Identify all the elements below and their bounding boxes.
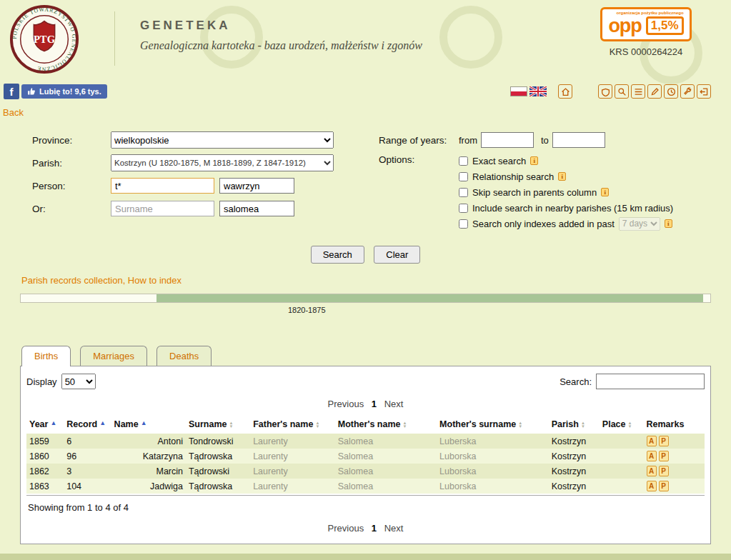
surname-cell: Tondrowski xyxy=(186,434,250,449)
year-cell: 1862 xyxy=(26,464,64,479)
back-link[interactable]: Back xyxy=(3,107,24,118)
option-exact-search: Exact search i xyxy=(459,154,673,167)
tab-births[interactable]: Births xyxy=(21,346,71,366)
page-subtitle: Genealogiczna kartoteka - baza urodzeń, … xyxy=(140,39,422,52)
exit-icon[interactable] xyxy=(697,84,711,99)
remarks-cell: AP xyxy=(644,464,705,479)
column-header-parish[interactable]: Parish▲▼ xyxy=(549,416,600,434)
history-icon[interactable] xyxy=(664,84,678,99)
nearby-parishes-checkbox[interactable] xyxy=(459,204,468,213)
parish-records-collection-link[interactable]: Parish records collection xyxy=(21,275,123,286)
relationship-search-checkbox[interactable] xyxy=(459,172,468,181)
parish-cell: Kostrzyn xyxy=(549,434,600,449)
mother-surname-cell: Luborska xyxy=(437,449,549,464)
parish-label: Parish: xyxy=(32,158,111,169)
facebook-like-button[interactable]: Lubię to! 9,6 tys. xyxy=(21,84,107,99)
next-page-link[interactable]: Next xyxy=(384,523,404,534)
mother-surname-cell: Luborska xyxy=(437,464,549,479)
current-page-number[interactable]: 1 xyxy=(372,399,377,409)
table-search-label: Search: xyxy=(560,376,592,387)
option-recent-indexes: Search only indexes added in past 7 days… xyxy=(459,217,673,230)
scan-link-badge[interactable]: A xyxy=(647,466,657,476)
person-name-input[interactable] xyxy=(219,178,294,194)
title-block: GENETEKA Genealogiczna kartoteka - baza … xyxy=(140,19,422,52)
or-label: Or: xyxy=(32,204,111,214)
father-name-cell: Laurenty xyxy=(250,434,335,449)
or-name-input[interactable] xyxy=(219,201,294,216)
scan-link-badge[interactable]: A xyxy=(647,436,657,446)
parish-cell: Kostrzyn xyxy=(549,449,600,464)
sort-icon: ▲▼ xyxy=(402,421,407,429)
column-header-name[interactable]: Name▲ xyxy=(111,416,186,434)
place-cell xyxy=(600,449,644,464)
uk-flag-icon[interactable] xyxy=(529,86,547,96)
parish-link-badge[interactable]: P xyxy=(659,481,669,491)
exact-search-checkbox[interactable] xyxy=(459,156,468,166)
info-icon[interactable]: i xyxy=(665,219,672,228)
parish-link-badge[interactable]: P xyxy=(659,451,669,461)
days-select[interactable]: 7 days xyxy=(619,217,660,231)
column-header-mothers-surname[interactable]: Mother's surname▲▼ xyxy=(437,416,549,434)
skip-parents-checkbox[interactable] xyxy=(459,188,468,197)
tab-marriages[interactable]: Marriages xyxy=(80,346,147,366)
tab-deaths[interactable]: Deaths xyxy=(156,346,212,366)
to-label: to xyxy=(541,135,549,146)
favorites-icon[interactable] xyxy=(598,84,612,99)
timeline-bar[interactable] xyxy=(20,294,711,303)
header-divider xyxy=(114,11,115,66)
ptg-logo[interactable]: POLSKIE TOWARZYSTWO GENEALOGICZNE PTG xyxy=(9,4,79,74)
recent-indexes-checkbox[interactable] xyxy=(459,219,468,229)
page-title: GENETEKA xyxy=(140,19,422,33)
options-label: Options: xyxy=(379,154,459,165)
indexes-list-icon[interactable] xyxy=(631,84,645,99)
current-page-number[interactable]: 1 xyxy=(372,523,377,534)
year-from-input[interactable] xyxy=(481,132,534,148)
clear-button[interactable]: Clear xyxy=(374,246,420,264)
coverage-timeline: 1820-1875 xyxy=(20,294,711,314)
footer-band xyxy=(0,554,731,560)
links-separator: , xyxy=(123,275,128,286)
column-header-surname[interactable]: Surname▲▼ xyxy=(186,416,250,434)
mother-name-cell: Salomea xyxy=(335,434,437,449)
poland-flag-icon[interactable] xyxy=(510,86,527,96)
column-header-mothers-name[interactable]: Mother's name▲▼ xyxy=(335,416,437,434)
record-cell: 104 xyxy=(64,479,111,494)
table-search-input[interactable] xyxy=(596,374,705,389)
skip-parents-label: Skip search in parents column xyxy=(472,187,597,198)
info-icon[interactable]: i xyxy=(558,172,566,181)
home-icon[interactable] xyxy=(558,84,572,99)
place-cell xyxy=(600,464,644,479)
search-icon[interactable] xyxy=(615,84,629,99)
year-cell: 1863 xyxy=(26,479,64,494)
display-count-select[interactable]: 50 xyxy=(61,374,96,389)
previous-page-link[interactable]: Previous xyxy=(328,399,364,409)
opp-badge[interactable]: organizacja pożytku publicznego opp 1,5% xyxy=(600,7,691,41)
parish-link-badge[interactable]: P xyxy=(659,466,669,476)
tools-icon[interactable] xyxy=(680,84,695,99)
or-surname-input[interactable] xyxy=(111,201,214,216)
how-to-index-link[interactable]: How to index xyxy=(128,275,181,286)
facebook-icon[interactable]: f xyxy=(4,84,19,99)
column-header-fathers-name[interactable]: Father's name▲▼ xyxy=(250,416,335,434)
parish-select[interactable]: Kostrzyn (U 1820-1875, M 1818-1899, Z 18… xyxy=(111,154,334,171)
column-header-record[interactable]: Record▲ xyxy=(64,416,111,434)
info-icon[interactable]: i xyxy=(530,156,538,165)
sort-icon: ▲▼ xyxy=(628,421,632,429)
scan-link-badge[interactable]: A xyxy=(647,451,657,461)
scan-link-badge[interactable]: A xyxy=(647,481,657,491)
previous-page-link[interactable]: Previous xyxy=(328,523,364,534)
opp-percent: 1,5% xyxy=(646,16,684,35)
column-header-place[interactable]: Place▲▼ xyxy=(600,416,644,434)
next-page-link[interactable]: Next xyxy=(384,399,404,409)
column-header-year[interactable]: Year▲ xyxy=(26,416,64,434)
edit-icon[interactable] xyxy=(647,84,662,99)
parish-link-badge[interactable]: P xyxy=(659,436,669,446)
timeline-range-label: 1820-1875 xyxy=(235,306,378,314)
person-surname-input[interactable] xyxy=(111,178,214,194)
search-button[interactable]: Search xyxy=(311,246,364,264)
form-buttons: Search Clear xyxy=(0,246,731,264)
province-select[interactable]: wielkopolskie xyxy=(111,131,334,149)
year-to-input[interactable] xyxy=(552,132,605,148)
opp-block: organizacja pożytku publicznego opp 1,5%… xyxy=(588,7,704,57)
info-icon[interactable]: i xyxy=(601,188,609,196)
